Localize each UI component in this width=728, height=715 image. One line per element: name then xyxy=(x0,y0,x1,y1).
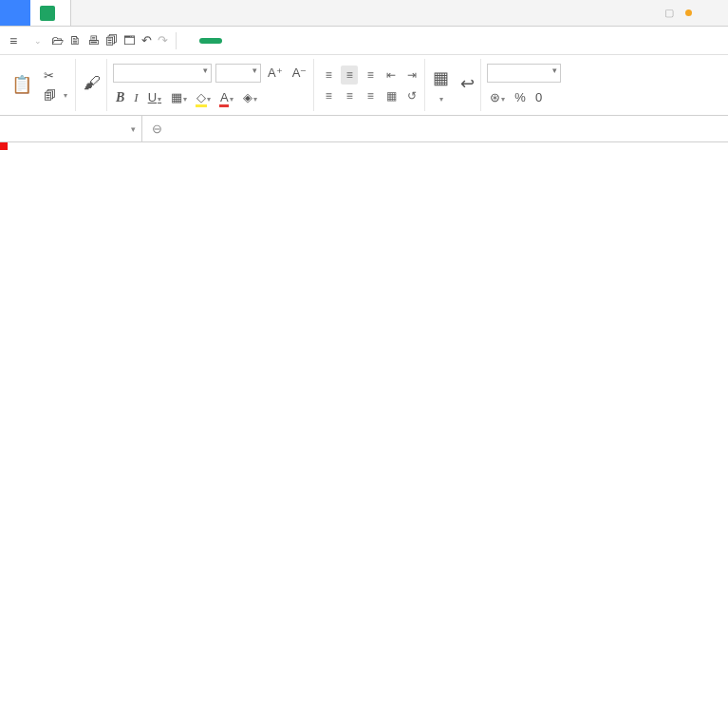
copy-icon: 🗐 xyxy=(44,88,56,103)
wrap-text-button[interactable]: ↩ xyxy=(458,59,476,111)
merge-cells-icon[interactable]: ▦ xyxy=(383,86,400,105)
zoom-out-icon[interactable]: ⊖ xyxy=(152,122,162,136)
titlebar-spacer: ▢ xyxy=(71,0,700,26)
menu-row: ≡ ⌄ 🗁 🗎 🖶 🗐 🗔 ↶ ↷ xyxy=(0,27,728,55)
borders-button[interactable]: ▦ xyxy=(168,88,190,106)
grid-container xyxy=(0,142,728,715)
bold-button[interactable]: B xyxy=(113,88,127,107)
ribbon-tabs xyxy=(199,38,342,44)
font-size-input[interactable] xyxy=(215,64,261,83)
fill-color-button[interactable]: ◇ xyxy=(194,88,214,106)
paste-icon: 📋 xyxy=(11,74,32,95)
spreadsheet-icon xyxy=(40,6,55,21)
ribbon-group-alignment: ≡ ≡ ≡ ⇤ ⇥ ≡ ≡ ≡ ▦ ↺ xyxy=(316,59,425,111)
name-box[interactable] xyxy=(0,116,142,141)
number-format-label xyxy=(487,64,561,83)
font-color-button[interactable]: A xyxy=(217,88,236,106)
ribbon-group-number: ⊛ % 0 xyxy=(483,59,565,111)
qat-separator xyxy=(176,32,177,49)
increase-font-icon[interactable]: A⁺ xyxy=(265,64,286,82)
formula-bar-row: ⊖ xyxy=(0,116,728,142)
merge-center-button[interactable]: ▦ ▾ xyxy=(431,59,451,111)
export-icon[interactable]: 🗔 xyxy=(123,33,136,47)
formula-input[interactable] xyxy=(181,122,728,136)
comma-style-button[interactable]: 0 xyxy=(532,88,545,106)
annotation-rectangle xyxy=(0,142,8,150)
tab-home[interactable] xyxy=(199,38,222,44)
decrease-indent-icon[interactable]: ⇤ xyxy=(383,66,400,85)
redo-icon[interactable]: ↷ xyxy=(158,33,168,47)
ribbon-group-clipboard: 📋 ✂ 🗐 ▾ xyxy=(6,59,76,111)
cell-styles-button[interactable]: ◈ xyxy=(240,88,260,106)
new-tab-button[interactable] xyxy=(700,0,728,26)
merge-icon: ▦ xyxy=(433,67,449,88)
align-top-icon[interactable]: ≡ xyxy=(320,66,337,85)
ribbon: 📋 ✂ 🗐 ▾ 🖌 xyxy=(0,55,728,116)
font-size-select[interactable] xyxy=(215,64,261,83)
fill-handle[interactable] xyxy=(0,142,5,147)
menu-dropdown-icon: ⌄ xyxy=(34,36,42,46)
paste-button[interactable]: 📋 xyxy=(9,59,34,111)
paintbrush-icon: 🖌 xyxy=(84,73,101,93)
cut-button[interactable]: ✂ xyxy=(40,66,71,85)
quick-access-toolbar: 🗁 🗎 🖶 🗐 🗔 ↶ ↷ xyxy=(46,32,184,49)
align-middle-icon[interactable]: ≡ xyxy=(341,66,358,85)
italic-button[interactable]: I xyxy=(131,88,140,107)
increase-indent-icon[interactable]: ⇥ xyxy=(403,66,420,85)
alignment-grid: ≡ ≡ ≡ ⇤ ⇥ ≡ ≡ ≡ ▦ ↺ xyxy=(320,66,420,105)
open-icon[interactable]: 🗁 xyxy=(51,33,64,47)
app-tab[interactable] xyxy=(0,0,30,26)
align-left-icon[interactable]: ≡ xyxy=(320,86,337,105)
wrap-text-icon: ↩ xyxy=(460,73,475,94)
chevron-down-icon: ▾ xyxy=(64,91,67,100)
title-bar: ▢ xyxy=(0,0,728,27)
decrease-font-icon[interactable]: A⁻ xyxy=(289,64,310,82)
print-icon[interactable]: 🖶 xyxy=(87,33,100,47)
currency-button[interactable]: ⊛ xyxy=(487,88,508,106)
formula-bar-icons: ⊖ xyxy=(142,122,181,136)
percent-button[interactable]: % xyxy=(512,88,529,106)
align-center-icon[interactable]: ≡ xyxy=(341,86,358,105)
window-icon[interactable]: ▢ xyxy=(664,7,674,19)
name-box-input[interactable] xyxy=(0,122,142,136)
save-icon[interactable]: 🗎 xyxy=(69,33,82,47)
align-right-icon[interactable]: ≡ xyxy=(362,86,379,105)
ribbon-group-merge-wrap: ▦ ▾ ↩ xyxy=(427,59,481,111)
font-name-input[interactable] xyxy=(113,64,212,83)
status-dot-icon xyxy=(685,9,692,16)
copy-button[interactable]: 🗐 ▾ xyxy=(40,86,71,104)
chevron-down-icon: ▾ xyxy=(439,95,443,103)
ribbon-group-font: A⁺ A⁻ B I U ▦ ◇ A ◈ xyxy=(109,59,314,111)
ribbon-group-format-painter: 🖌 xyxy=(78,59,107,111)
format-painter-button[interactable]: 🖌 xyxy=(82,73,103,97)
underline-button[interactable]: U xyxy=(145,88,164,106)
align-bottom-icon[interactable]: ≡ xyxy=(362,66,379,85)
orientation-icon[interactable]: ↺ xyxy=(403,86,420,105)
undo-icon[interactable]: ↶ xyxy=(141,33,152,47)
document-tab[interactable] xyxy=(30,0,71,26)
number-format-select[interactable] xyxy=(487,64,561,83)
print-preview-icon[interactable]: 🗐 xyxy=(105,33,118,47)
hamburger-icon[interactable]: ≡ xyxy=(8,33,19,48)
selection-outline xyxy=(0,142,4,146)
scissors-icon: ✂ xyxy=(44,68,54,83)
font-name-select[interactable] xyxy=(113,64,212,83)
